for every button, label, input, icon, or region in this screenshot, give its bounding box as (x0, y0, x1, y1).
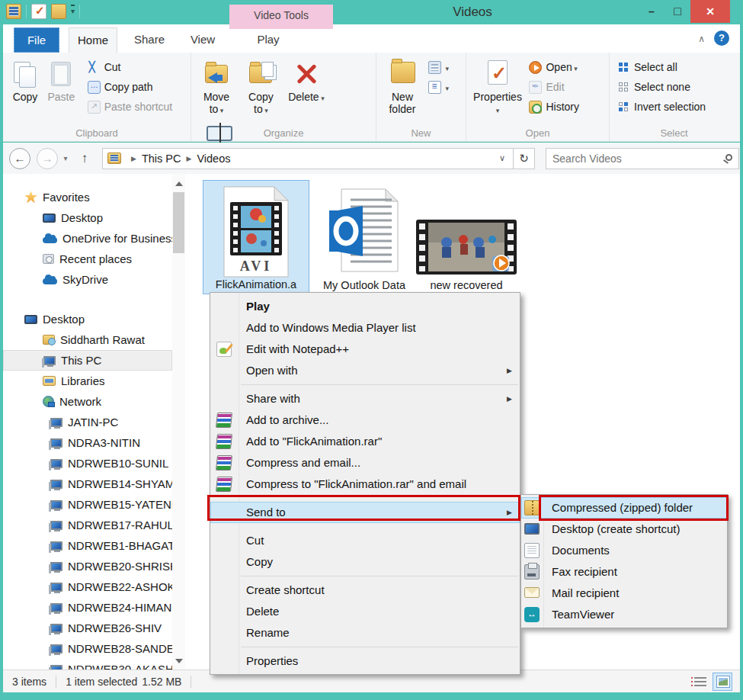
copy-path-button[interactable]: Copy path (88, 77, 173, 97)
submenu-item-teamviewer[interactable]: TeamViewer (521, 604, 727, 625)
menu-item-rename[interactable]: Rename (210, 622, 520, 644)
sidebar-item-ndrweb1-bhagat[interactable]: NDRWEB1-BHAGAT (3, 535, 172, 556)
menu-item-add-to-rar[interactable]: Add to "FlickAnimation.rar" (210, 431, 520, 452)
sidebar-item-ndrweb30-akash[interactable]: NDRWEB30-AKASH (3, 659, 172, 669)
recent-locations-icon[interactable] (59, 154, 72, 162)
sidebar-item-recent-places[interactable]: Recent places (3, 249, 172, 269)
sidebar-item-ndrweb15-yatend[interactable]: NDRWEB15-YATEND (3, 494, 172, 515)
explorer-app-icon[interactable] (6, 4, 21, 19)
sidebar-item-ndrweb14-shyam[interactable]: NDRWEB14-SHYAM (3, 474, 172, 494)
copy-button[interactable]: Copy (9, 57, 41, 104)
paste-shortcut-button[interactable]: Paste shortcut (88, 97, 173, 117)
properties-button[interactable]: Properties (469, 57, 526, 117)
sidebar-item-ndrweb24-himans[interactable]: NDRWEB24-HIMANS (3, 597, 172, 618)
sidebar-item-ndra3-nitin[interactable]: NDRA3-NITIN (3, 432, 172, 453)
paste-button[interactable]: Paste (44, 57, 78, 104)
file-flickanimation-avi[interactable]: AVI FlickAnimation.a (203, 180, 309, 294)
menu-item-share-with[interactable]: Share with (210, 388, 520, 409)
sidebar-item-ndrweb20-shrish[interactable]: NDRWEB20-SHRISH (3, 556, 172, 576)
new-item-button[interactable] (428, 57, 449, 77)
refresh-icon[interactable] (514, 148, 535, 169)
thumbnail-view-button[interactable] (713, 673, 732, 691)
search-icon[interactable] (725, 154, 732, 161)
submenu-item-compressed-zipped-folder[interactable]: Compressed (zipped) folder (521, 497, 727, 519)
sidebar-scrollbar[interactable] (172, 174, 185, 669)
menu-item-add-to-archive[interactable]: Add to archive... (210, 409, 520, 431)
menu-item-compress-and-email[interactable]: Compress and email... (210, 452, 520, 474)
select-none-button[interactable]: Select none (617, 77, 738, 97)
menu-item-properties[interactable]: Properties (210, 650, 520, 672)
menu-item-open-with[interactable]: Open with (210, 360, 520, 381)
scroll-up-icon[interactable] (175, 181, 183, 186)
sidebar-item-ndrweb10-sunil[interactable]: NDRWEB10-SUNIL (3, 453, 172, 474)
breadcrumb-videos[interactable]: Videos (197, 153, 230, 165)
submenu-item-desktop-create-shortcut[interactable]: Desktop (create shortcut) (521, 519, 727, 540)
copy-to-button[interactable]: Copy to (240, 57, 281, 117)
menu-item-copy[interactable]: Copy (210, 551, 520, 573)
sidebar-item-libraries[interactable]: Libraries (3, 371, 172, 391)
scroll-down-icon[interactable] (175, 659, 183, 663)
menu-item-cut[interactable]: Cut (210, 530, 520, 551)
tab-play[interactable]: Play (235, 27, 301, 53)
menu-item-send-to[interactable]: Send to (210, 502, 520, 523)
sidebar-item-desktop[interactable]: Desktop (3, 207, 172, 228)
close-button[interactable] (690, 0, 730, 23)
search-box[interactable] (546, 148, 739, 169)
edit-button[interactable]: Edit (529, 77, 579, 97)
move-to-button[interactable]: Move to (196, 57, 237, 117)
sidebar-item-this-pc[interactable]: This PC (3, 350, 172, 371)
menu-item-play[interactable]: Play (210, 296, 520, 317)
select-all-button[interactable]: Select all (617, 57, 738, 77)
sidebar-item-ndrweb17-rahul[interactable]: NDRWEB17-RAHUL (3, 515, 172, 535)
sidebar-item-ndrweb22-ashok[interactable]: NDRWEB22-ASHOK (3, 576, 172, 597)
file-new-recovered[interactable]: new recovered (413, 180, 520, 294)
sidebar-item-network[interactable]: Network (3, 391, 172, 412)
new-folder-button[interactable]: New folder (381, 57, 424, 117)
history-button[interactable]: History (529, 97, 579, 117)
properties-quick-icon[interactable] (31, 4, 46, 19)
tab-file[interactable]: File (14, 27, 59, 53)
minimize-button[interactable] (639, 0, 665, 23)
menu-item-compress-to-rar-and-email[interactable]: Compress to "FlickAnimation.rar" and ema… (210, 474, 520, 495)
sidebar-item-desktop-root[interactable]: Desktop (3, 309, 172, 329)
tab-share[interactable]: Share (127, 27, 172, 53)
easy-access-button[interactable] (428, 77, 449, 97)
menu-item-edit-with-notepadpp[interactable]: Edit with Notepad++ (210, 339, 520, 360)
delete-button[interactable]: Delete (285, 57, 328, 104)
tab-view[interactable]: View (181, 27, 224, 53)
sidebar-item-ndrweb26-shiv[interactable]: NDRWEB26-SHIV (3, 618, 172, 638)
submenu-item-documents[interactable]: Documents (521, 540, 727, 561)
invert-selection-button[interactable]: Invert selection (617, 97, 738, 117)
file-my-outlook-data[interactable]: My Outlook Data (311, 180, 418, 294)
sidebar-item-favorites[interactable]: Favorites (3, 187, 172, 207)
sidebar-item-skydrive[interactable]: SkyDrive (3, 269, 172, 290)
sidebar-item-onedrive-for-business[interactable]: OneDrive for Business (3, 228, 172, 249)
submenu-item-mail-recipient[interactable]: Mail recipient (521, 583, 727, 604)
submenu-item-fax-recipient[interactable]: Fax recipient (521, 561, 727, 583)
up-button[interactable] (75, 151, 94, 166)
breadcrumb-this-pc[interactable]: This PC (142, 153, 181, 165)
scrollbar-thumb[interactable] (173, 192, 184, 253)
customize-quick-access-icon[interactable] (71, 4, 75, 19)
help-icon[interactable] (714, 31, 729, 46)
search-input[interactable] (552, 153, 713, 165)
breadcrumb-arrow-icon[interactable] (126, 155, 142, 162)
collapse-ribbon-icon[interactable] (698, 34, 705, 44)
maximize-button[interactable] (665, 0, 690, 23)
back-button[interactable] (9, 148, 30, 169)
open-button[interactable]: Open (529, 57, 579, 77)
details-view-button[interactable] (690, 673, 709, 691)
forward-button[interactable] (37, 148, 58, 169)
address-dropdown-icon[interactable] (492, 153, 513, 163)
sidebar-item-ndrweb28-sandep[interactable]: NDRWEB28-SANDEP (3, 638, 172, 659)
new-folder-quick-icon[interactable] (51, 4, 66, 19)
menu-item-create-shortcut[interactable]: Create shortcut (210, 580, 520, 601)
sidebar-item-siddharth-rawat[interactable]: Siddharth Rawat (3, 329, 172, 350)
cut-button[interactable]: Cut (88, 57, 173, 77)
tab-home[interactable]: Home (69, 27, 117, 53)
breadcrumb-arrow-icon[interactable] (181, 155, 197, 162)
address-box[interactable]: This PC Videos (102, 148, 514, 169)
sidebar-item-jatin-pc[interactable]: JATIN-PC (3, 412, 172, 432)
menu-item-add-to-wmp-list[interactable]: Add to Windows Media Player list (210, 317, 520, 339)
menu-item-delete[interactable]: Delete (210, 601, 520, 622)
